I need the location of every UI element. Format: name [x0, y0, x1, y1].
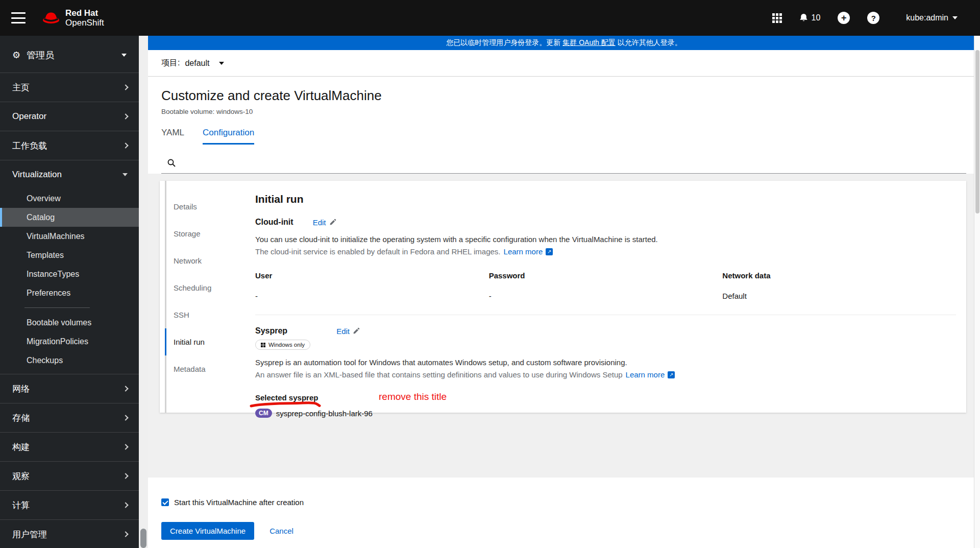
- chevron-right-icon: [122, 502, 128, 508]
- masthead: Red Hat OpenShift 10 + ? kube:admin: [0, 0, 980, 36]
- network-data-value: Default: [722, 292, 956, 300]
- project-bar: 项目: default: [148, 50, 980, 77]
- tab-configuration[interactable]: Configuration: [203, 128, 254, 145]
- sidebar-item-templates[interactable]: Templates: [0, 246, 139, 265]
- external-link-icon[interactable]: ↗: [546, 248, 553, 255]
- virtualization-subnav: Overview Catalog VirtualMachines Templat…: [0, 189, 139, 374]
- bell-icon: [799, 13, 808, 22]
- jump-link-metadata[interactable]: Metadata: [166, 355, 234, 383]
- notifications-button[interactable]: 10: [799, 13, 820, 22]
- sidebar-item-workloads[interactable]: 工作负载: [0, 131, 139, 160]
- external-link-icon[interactable]: ↗: [668, 371, 675, 378]
- sidebar-item-builds[interactable]: 构建: [0, 433, 139, 461]
- user-value: -: [255, 292, 489, 300]
- window-scrollbar[interactable]: [974, 36, 980, 548]
- cancel-button[interactable]: Cancel: [270, 527, 293, 535]
- sidebar-item-networking[interactable]: 网络: [0, 374, 139, 403]
- chevron-right-icon: [122, 386, 128, 391]
- sidebar-item-overview[interactable]: Overview: [0, 189, 139, 208]
- brand-logo: Red Hat OpenShift: [42, 8, 104, 28]
- brand-line2: OpenShift: [65, 18, 104, 28]
- sidebar-scrollbar[interactable]: [139, 36, 148, 548]
- chevron-right-icon: [122, 113, 128, 119]
- user-menu[interactable]: kube:admin: [906, 13, 958, 22]
- chevron-down-icon: [952, 16, 958, 19]
- page-title: Customize and create VirtualMachine: [161, 88, 967, 104]
- sidebar-item-home[interactable]: 主页: [0, 73, 139, 102]
- section-heading: Initial run: [255, 193, 956, 205]
- banner-text: 您已以临时管理用户身份登录。更新: [446, 38, 560, 47]
- jump-link-scheduling[interactable]: Scheduling: [166, 274, 234, 301]
- jump-link-initial-run[interactable]: Initial run: [166, 328, 234, 355]
- project-label: 项目:: [161, 58, 180, 68]
- windows-only-pill: Windows only: [255, 340, 310, 350]
- perspective-switcher[interactable]: ⚙ 管理员: [0, 36, 139, 73]
- plus-icon: +: [841, 13, 847, 22]
- sidebar-item-user-management[interactable]: 用户管理: [0, 520, 139, 548]
- create-footer: Start this VirtualMachine after creation…: [148, 498, 980, 540]
- start-after-creation-checkbox[interactable]: [161, 498, 169, 506]
- configmap-badge: CM: [255, 409, 272, 418]
- red-underline-annotation: [249, 401, 322, 409]
- add-button[interactable]: +: [838, 12, 850, 24]
- oauth-config-link[interactable]: 集群 OAuth 配置: [562, 38, 615, 47]
- sidebar-item-storage[interactable]: 存储: [0, 403, 139, 432]
- sidebar-scrollbar-thumb[interactable]: [140, 529, 146, 548]
- search-input[interactable]: [181, 152, 966, 173]
- user-label: User: [255, 271, 489, 280]
- sidebar-item-bootable-volumes[interactable]: Bootable volumes: [0, 313, 139, 332]
- windows-icon: [261, 343, 265, 347]
- help-button[interactable]: ?: [867, 12, 879, 24]
- chevron-down-icon: [219, 62, 224, 65]
- main-content: 您已以临时管理用户身份登录。更新集群 OAuth 配置以允许其他人登录。 项目:…: [148, 36, 980, 548]
- username: kube:admin: [906, 13, 948, 22]
- sysprep-edit-button[interactable]: Edit: [336, 327, 360, 336]
- cloud-init-fields: User - Password - Network data Default: [255, 271, 956, 300]
- window-scrollbar-thumb[interactable]: [975, 50, 979, 213]
- create-virtualmachine-button[interactable]: Create VirtualMachine: [161, 522, 254, 540]
- sidebar-item-catalog[interactable]: Catalog: [0, 208, 139, 227]
- sidebar-item-label: 主页: [12, 82, 30, 93]
- sidebar-item-label: 工作负载: [12, 140, 47, 152]
- jump-link-details[interactable]: Details: [166, 193, 234, 220]
- chevron-right-icon: [122, 84, 128, 90]
- cloud-init-edit-button[interactable]: Edit: [313, 218, 336, 227]
- sysprep-desc1: Sysprep is an automation tool for Window…: [255, 358, 956, 367]
- project-selector[interactable]: 项目: default: [161, 58, 224, 68]
- tabs: YAML Configuration: [148, 128, 980, 145]
- sidebar-item-checkups[interactable]: Checkups: [0, 351, 139, 370]
- sidebar-item-virtualization[interactable]: Virtualization: [0, 160, 139, 189]
- sidebar-item-compute[interactable]: 计算: [0, 491, 139, 519]
- sidebar-item-migrationpolicies[interactable]: MigrationPolicies: [0, 332, 139, 351]
- login-notice-banner: 您已以临时管理用户身份登录。更新集群 OAuth 配置以允许其他人登录。: [148, 36, 980, 50]
- jump-link-network[interactable]: Network: [166, 247, 234, 274]
- password-label: Password: [489, 271, 723, 280]
- sidebar-item-observe[interactable]: 观察: [0, 462, 139, 490]
- sidebar-item-label: Virtualization: [12, 170, 62, 180]
- sidebar-item-preferences[interactable]: Preferences: [0, 283, 139, 302]
- sidebar-item-instancetypes[interactable]: InstanceTypes: [0, 265, 139, 283]
- configuration-card: Details Storage Network Scheduling SSH I…: [160, 181, 966, 413]
- chevron-right-icon: [122, 531, 128, 537]
- password-value: -: [489, 292, 723, 300]
- sidebar-item-operator[interactable]: Operator: [0, 102, 139, 131]
- perspective-label: 管理员: [27, 49, 54, 61]
- start-after-creation-label: Start this VirtualMachine after creation: [174, 498, 304, 507]
- sysprep-learn-more-link[interactable]: Learn more: [626, 370, 665, 379]
- tab-yaml[interactable]: YAML: [161, 128, 184, 145]
- project-value: default: [185, 59, 209, 68]
- network-data-label: Network data: [722, 271, 956, 280]
- cloud-init-learn-more-link[interactable]: Learn more: [504, 247, 543, 256]
- nav-toggle-icon[interactable]: [11, 12, 26, 23]
- jump-link-ssh[interactable]: SSH: [166, 301, 234, 328]
- openshift-console: Red Hat OpenShift 10 + ? kube:admin ⚙: [0, 0, 980, 548]
- cloud-init-title: Cloud-init: [255, 218, 293, 227]
- sidebar-item-virtualmachines[interactable]: VirtualMachines: [0, 227, 139, 246]
- cloud-init-desc2: The cloud-init service is enabled by def…: [255, 247, 501, 256]
- app-launcher-icon[interactable]: [772, 13, 782, 23]
- jump-link-storage[interactable]: Storage: [166, 220, 234, 247]
- sysprep-config-name[interactable]: sysprep-config-blush-lark-96: [276, 409, 373, 418]
- chevron-right-icon: [122, 473, 128, 479]
- notification-count: 10: [811, 13, 820, 22]
- chevron-right-icon: [122, 142, 128, 148]
